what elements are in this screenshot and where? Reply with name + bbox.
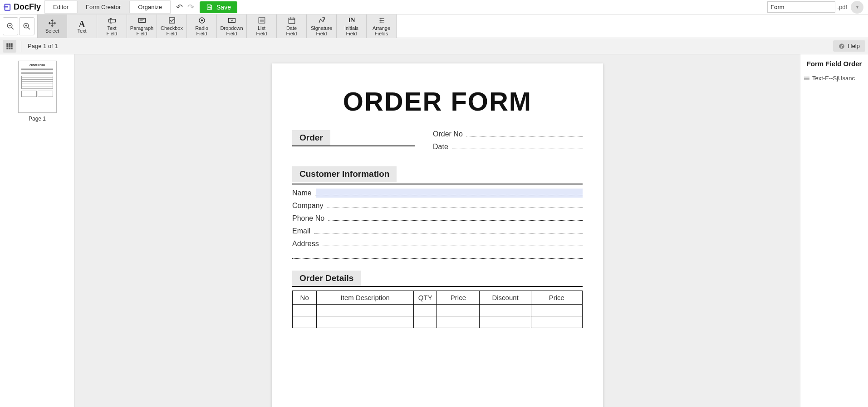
th-discount: Discount: [480, 291, 531, 305]
save-icon: [206, 4, 213, 10]
brand-name: DocFly: [14, 2, 41, 12]
zoom-in-icon: [23, 22, 31, 30]
th-desc: Item Description: [317, 291, 414, 305]
arrange-icon: [378, 16, 386, 24]
panel-title: Form Field Order: [800, 54, 868, 73]
tool-text-field[interactable]: Text Field: [97, 15, 127, 38]
tool-list-field[interactable]: List Field: [247, 15, 277, 38]
date-label: Date: [433, 143, 448, 151]
svg-point-18: [201, 19, 203, 22]
address-label: Address: [292, 240, 319, 248]
svg-rect-37: [11, 45, 13, 47]
initials-icon: IN: [348, 16, 356, 24]
help-button[interactable]: ?Help: [833, 40, 865, 52]
dropdown-icon: [228, 16, 236, 24]
tool-date-field[interactable]: Date Field: [277, 15, 307, 38]
file-extension: .pdf: [837, 4, 847, 10]
move-icon: [48, 19, 56, 27]
grid-icon: [6, 43, 13, 50]
document-canvas[interactable]: ORDER FORM Order Order No Date Customer …: [75, 54, 800, 407]
th-qty: QTY: [414, 291, 437, 305]
calendar-icon: [288, 16, 296, 24]
zoom-in-button[interactable]: [19, 17, 34, 35]
table-row: [293, 316, 583, 328]
tool-select[interactable]: Select: [37, 15, 67, 38]
doc-title: ORDER FORM: [292, 86, 583, 116]
svg-rect-35: [6, 45, 8, 47]
svg-rect-34: [11, 43, 13, 45]
tool-arrange-fields[interactable]: Arrange Fields: [367, 15, 397, 38]
save-button[interactable]: Save: [200, 1, 237, 13]
checkbox-icon: [168, 16, 176, 24]
tool-dropdown-field[interactable]: Dropdown Field: [217, 15, 247, 38]
zoom-out-icon: [6, 22, 15, 30]
page-indicator: Page 1 of 1: [21, 41, 58, 52]
list-field-icon: [258, 16, 266, 24]
order-no-label: Order No: [433, 130, 463, 138]
company-label: Company: [292, 202, 323, 210]
paragraph-field-icon: [138, 16, 146, 24]
user-menu[interactable]: ▾: [851, 1, 863, 14]
order-table: No Item Description QTY Price Discount P…: [292, 291, 583, 328]
phone-label: Phone No: [292, 214, 324, 223]
zoom-out-button[interactable]: [3, 17, 18, 35]
svg-rect-9: [108, 19, 115, 22]
svg-rect-13: [138, 18, 145, 22]
name-text-field[interactable]: [316, 189, 583, 198]
section-details-header: Order Details: [292, 271, 361, 286]
page-1: ORDER FORM Order Order No Date Customer …: [272, 63, 603, 407]
table-row: [293, 305, 583, 316]
page-thumbnail-1[interactable]: ORDER FORM: [18, 61, 57, 113]
tool-initials-field[interactable]: INInitials Field: [337, 15, 367, 38]
svg-rect-38: [6, 47, 8, 49]
text-field-icon: [108, 16, 116, 24]
radio-icon: [198, 16, 206, 24]
field-order-panel: Form Field Order Text-E--SjUsanc: [800, 54, 868, 407]
svg-rect-32: [6, 43, 8, 45]
svg-text:?: ?: [841, 44, 843, 48]
svg-rect-19: [228, 18, 235, 22]
drag-handle-icon: [804, 76, 809, 81]
name-label: Name: [292, 189, 312, 197]
brand-logo[interactable]: DocFly: [2, 2, 41, 12]
save-label: Save: [216, 4, 231, 11]
section-customer-header: Customer Information: [292, 166, 397, 182]
tab-editor[interactable]: Editor: [44, 0, 77, 14]
th-price2: Price: [531, 291, 582, 305]
tab-form-creator[interactable]: Form Creator: [77, 0, 129, 14]
help-icon: ?: [839, 43, 845, 49]
svg-rect-40: [11, 47, 13, 49]
thumbnails-toggle[interactable]: [3, 40, 16, 53]
th-price: Price: [437, 291, 480, 305]
filename-input[interactable]: [767, 1, 835, 13]
redo-button[interactable]: ↷: [186, 1, 195, 13]
tool-radio-field[interactable]: Radio Field: [187, 15, 217, 38]
undo-button[interactable]: ↶: [175, 1, 184, 13]
svg-rect-24: [289, 18, 295, 24]
tab-organize[interactable]: Organize: [129, 0, 171, 14]
tool-checkbox-field[interactable]: Checkbox Field: [157, 15, 187, 38]
tool-signature-field[interactable]: Signature Field: [307, 15, 337, 38]
tool-paragraph-field[interactable]: Paragraph Field: [127, 15, 157, 38]
signature-icon: [318, 16, 326, 24]
svg-line-3: [11, 27, 14, 29]
svg-line-6: [28, 27, 30, 29]
section-order-header: Order: [292, 130, 330, 145]
brand-logo-icon: [4, 3, 13, 12]
thumbnail-label: Page 1: [29, 116, 46, 122]
tool-text[interactable]: AText: [67, 15, 97, 38]
th-no: No: [293, 291, 317, 305]
svg-rect-39: [9, 47, 10, 49]
thumbnails-sidebar: ORDER FORM Page 1: [0, 54, 75, 407]
svg-rect-36: [9, 45, 10, 47]
email-label: Email: [292, 227, 310, 235]
date-line: [452, 143, 583, 149]
svg-rect-33: [9, 43, 10, 45]
text-icon: A: [78, 19, 86, 27]
order-no-line: [466, 130, 583, 136]
field-order-item-0[interactable]: Text-E--SjUsanc: [800, 73, 868, 83]
